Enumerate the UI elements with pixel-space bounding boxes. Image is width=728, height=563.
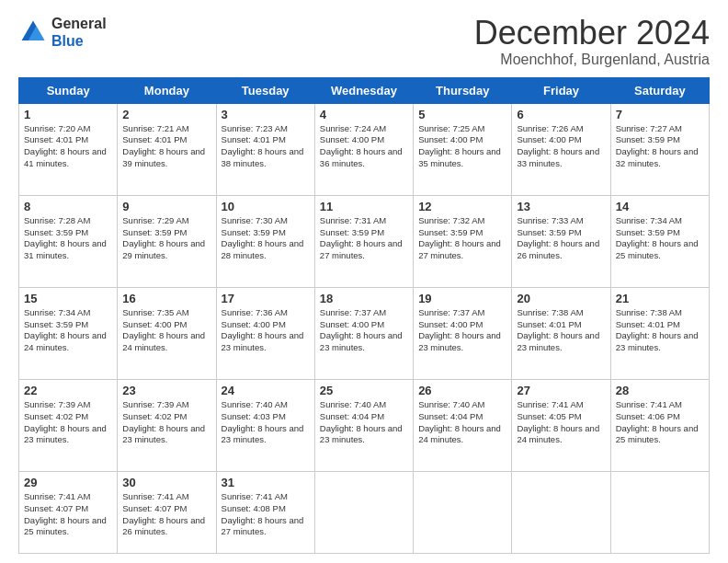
table-row: 28 Sunrise: 7:41 AMSunset: 4:06 PMDaylig… [610,379,709,471]
table-row: 6 Sunrise: 7:26 AMSunset: 4:00 PMDayligh… [512,103,610,195]
table-row: 25 Sunrise: 7:40 AMSunset: 4:04 PMDaylig… [314,379,413,471]
table-row: 20 Sunrise: 7:38 AMSunset: 4:01 PMDaylig… [512,287,610,379]
table-row: 3 Sunrise: 7:23 AMSunset: 4:01 PMDayligh… [216,103,314,195]
header: General Blue December 2024 Moenchhof, Bu… [18,15,710,68]
table-row: 8 Sunrise: 7:28 AMSunset: 3:59 PMDayligh… [19,195,118,287]
page: General Blue December 2024 Moenchhof, Bu… [0,0,728,563]
logo: General Blue [18,15,107,50]
table-row: 19 Sunrise: 7:37 AMSunset: 4:00 PMDaylig… [414,287,512,379]
calendar-table: Sunday Monday Tuesday Wednesday Thursday… [18,77,710,554]
table-row: 24 Sunrise: 7:40 AMSunset: 4:03 PMDaylig… [216,379,314,471]
table-row: 26 Sunrise: 7:40 AMSunset: 4:04 PMDaylig… [414,379,512,471]
table-row: 29 Sunrise: 7:41 AMSunset: 4:07 PMDaylig… [19,471,118,553]
table-row: 27 Sunrise: 7:41 AMSunset: 4:05 PMDaylig… [512,379,610,471]
table-row: 30 Sunrise: 7:41 AMSunset: 4:07 PMDaylig… [118,471,216,553]
col-saturday: Saturday [610,77,709,103]
table-row: 1 Sunrise: 7:20 AMSunset: 4:01 PMDayligh… [19,103,118,195]
main-title: December 2024 [474,15,710,52]
week-row-3: 15 Sunrise: 7:34 AMSunset: 3:59 PMDaylig… [19,287,710,379]
empty-cell [512,471,610,553]
col-sunday: Sunday [19,77,118,103]
subtitle: Moenchhof, Burgenland, Austria [474,52,710,68]
table-row: 22 Sunrise: 7:39 AMSunset: 4:02 PMDaylig… [19,379,118,471]
empty-cell [414,471,512,553]
table-row: 14 Sunrise: 7:34 AMSunset: 3:59 PMDaylig… [610,195,709,287]
week-row-5: 29 Sunrise: 7:41 AMSunset: 4:07 PMDaylig… [19,471,710,553]
table-row: 2 Sunrise: 7:21 AMSunset: 4:01 PMDayligh… [118,103,216,195]
table-row: 5 Sunrise: 7:25 AMSunset: 4:00 PMDayligh… [414,103,512,195]
table-row: 17 Sunrise: 7:36 AMSunset: 4:00 PMDaylig… [216,287,314,379]
title-block: December 2024 Moenchhof, Burgenland, Aus… [474,15,710,68]
table-row: 9 Sunrise: 7:29 AMSunset: 3:59 PMDayligh… [118,195,216,287]
table-row: 21 Sunrise: 7:38 AMSunset: 4:01 PMDaylig… [610,287,709,379]
col-thursday: Thursday [414,77,512,103]
table-row: 16 Sunrise: 7:35 AMSunset: 4:00 PMDaylig… [118,287,216,379]
col-wednesday: Wednesday [314,77,413,103]
col-friday: Friday [512,77,610,103]
empty-cell [610,471,709,553]
table-row: 15 Sunrise: 7:34 AMSunset: 3:59 PMDaylig… [19,287,118,379]
logo-icon [18,17,48,47]
table-row: 7 Sunrise: 7:27 AMSunset: 3:59 PMDayligh… [610,103,709,195]
col-tuesday: Tuesday [216,77,314,103]
table-row: 31 Sunrise: 7:41 AMSunset: 4:08 PMDaylig… [216,471,314,553]
calendar-header-row: Sunday Monday Tuesday Wednesday Thursday… [19,77,710,103]
table-row: 23 Sunrise: 7:39 AMSunset: 4:02 PMDaylig… [118,379,216,471]
table-row: 11 Sunrise: 7:31 AMSunset: 3:59 PMDaylig… [314,195,413,287]
week-row-4: 22 Sunrise: 7:39 AMSunset: 4:02 PMDaylig… [19,379,710,471]
week-row-2: 8 Sunrise: 7:28 AMSunset: 3:59 PMDayligh… [19,195,710,287]
empty-cell [314,471,413,553]
week-row-1: 1 Sunrise: 7:20 AMSunset: 4:01 PMDayligh… [19,103,710,195]
table-row: 13 Sunrise: 7:33 AMSunset: 3:59 PMDaylig… [512,195,610,287]
col-monday: Monday [118,77,216,103]
logo-text: General Blue [51,15,107,50]
table-row: 10 Sunrise: 7:30 AMSunset: 3:59 PMDaylig… [216,195,314,287]
table-row: 4 Sunrise: 7:24 AMSunset: 4:00 PMDayligh… [314,103,413,195]
table-row: 12 Sunrise: 7:32 AMSunset: 3:59 PMDaylig… [414,195,512,287]
table-row: 18 Sunrise: 7:37 AMSunset: 4:00 PMDaylig… [314,287,413,379]
